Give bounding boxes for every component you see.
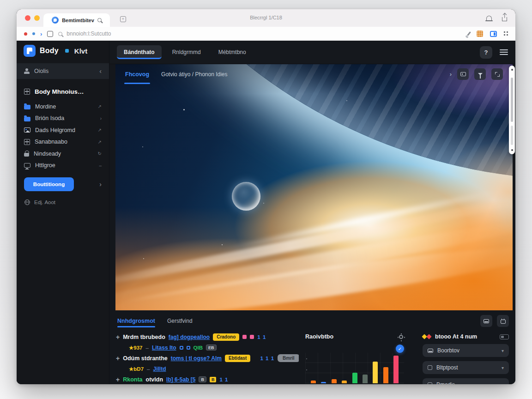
bell-icon[interactable] <box>486 16 492 20</box>
count-label: 1 1 <box>257 334 266 340</box>
hero-tab-discovery[interactable]: Fhcovog <box>125 64 149 84</box>
add-icon[interactable]: + <box>116 376 120 383</box>
card-view-button[interactable] <box>480 315 492 327</box>
sidebar-footer[interactable]: Edj. Aoot <box>17 200 109 205</box>
row-link[interactable]: Litass Ito <box>152 345 176 351</box>
calendar-button[interactable] <box>497 315 509 327</box>
filter-dropdown[interactable]: Bmodis▾ <box>423 378 509 384</box>
list-item: +Mrdm tbrubedofag] dogpeallooCradono1 1 <box>116 332 299 341</box>
chevron-right-icon[interactable]: › <box>450 71 452 78</box>
browser-window: Bemtimtbitev + Blecrrgl 1/C18 › bnnoioh:… <box>17 9 515 384</box>
folder-icon <box>24 105 30 109</box>
dropdown-label: Boorbtov <box>437 347 459 354</box>
sidebar-panel-icon[interactable] <box>490 31 497 37</box>
chart-bar <box>352 373 357 383</box>
browser-tab[interactable]: Bemtimtbitev <box>43 13 110 27</box>
row-action-button[interactable]: Bmril <box>278 354 299 362</box>
tab-favicon-icon <box>52 17 59 24</box>
stop-square-icon[interactable] <box>47 31 53 37</box>
share-icon[interactable] <box>502 17 507 21</box>
sidebar-section-header[interactable]: Body Mhnoius… <box>17 82 109 101</box>
feed-tab[interactable]: Gerstfvind <box>167 318 193 324</box>
forward-chevron-icon[interactable]: › <box>40 30 42 37</box>
sidebar-item[interactable]: Dads Helgromd↗ <box>17 124 109 136</box>
count-label: 1 1 1 <box>260 356 274 361</box>
chart-bar <box>363 375 368 383</box>
chevron-left-icon[interactable]: ‹ <box>99 67 102 75</box>
sidebar-item[interactable]: Brión Isoda› <box>17 113 109 125</box>
arrow-up-right-icon: ↗ <box>98 127 102 133</box>
fullscreen-button[interactable] <box>491 68 503 80</box>
help-button[interactable]: ? <box>480 46 492 59</box>
new-tab-icon[interactable]: + <box>120 16 126 22</box>
sidebar-item-label: Mordine <box>35 103 56 110</box>
close-window-button[interactable] <box>25 15 30 21</box>
feed-tabs: NnhdgrosmotGerstfvind <box>117 318 193 324</box>
scrollbar[interactable] <box>509 66 515 154</box>
blue-action-button[interactable]: ✓ <box>396 345 404 353</box>
chart-bar <box>393 356 399 383</box>
chart-bar <box>321 382 326 383</box>
green-label: QIB <box>193 345 203 351</box>
sidebar-item-label: Dads Helgromd <box>35 127 75 133</box>
list-item: +Odúm stdranthetoms | tl ogse? AlmEbtida… <box>116 354 299 363</box>
chart-bar <box>311 381 316 383</box>
sidebar-item[interactable]: Nindseady↻ <box>17 148 109 160</box>
topnav-tab[interactable]: Mébtmtbno <box>212 45 253 59</box>
chevron-right-icon[interactable]: › <box>99 181 102 188</box>
minus-icon: – <box>99 163 102 168</box>
arrow-up-right-icon: ↗ <box>98 139 102 145</box>
add-icon[interactable]: + <box>116 355 120 362</box>
panel-toggle-icon[interactable] <box>500 334 509 339</box>
feed-tab-bar: NnhdgrosmotGerstfvind <box>116 313 509 329</box>
minimize-window-button[interactable] <box>34 15 40 21</box>
browser-toolbar: › bnnoioh:l:Sutcutto <box>17 27 515 41</box>
add-icon[interactable]: + <box>116 333 120 341</box>
diamond-red-icon <box>426 334 431 339</box>
primary-cta-button[interactable]: Bouttitioong <box>24 177 74 191</box>
sidebar-item-profile[interactable]: Oiolis ‹ <box>17 63 109 79</box>
separator-text: – <box>146 345 149 351</box>
filter-button[interactable] <box>474 68 486 80</box>
sidebar-item[interactable]: Httlgroe– <box>17 160 109 172</box>
filter-dropdown[interactable]: Boorbtov▾ <box>423 344 509 357</box>
filter-dropdown[interactable]: Bltptpost▾ <box>423 361 509 374</box>
sidebar-item-label: Nindseady <box>34 151 61 157</box>
gear-icon[interactable] <box>399 335 403 339</box>
monitor-icon <box>24 163 30 168</box>
scroll-up-dot[interactable] <box>511 69 513 71</box>
more-dots-icon[interactable] <box>504 31 505 33</box>
scrollbar-thumb[interactable] <box>511 126 513 145</box>
record-dot-icon[interactable] <box>24 32 27 36</box>
sidebar-item[interactable]: Mordine↗ <box>17 101 109 113</box>
scroll-down-dot[interactable] <box>511 149 513 151</box>
apps-icon <box>24 89 30 95</box>
sidebar-items: Mordine↗Brión Isoda›Dads Helgromd↗Sanabn… <box>17 101 109 171</box>
chart-bar <box>342 381 347 383</box>
color-chip <box>242 335 247 339</box>
topnav-tab[interactable]: Bándnthato <box>117 45 162 59</box>
main-area: BándnthatoRnldgrmmdMébtmtbno ? <box>109 41 515 384</box>
star-dot <box>143 258 144 259</box>
grid-extension-icon[interactable] <box>477 30 483 37</box>
row-link[interactable]: fag] dogpealloo <box>169 334 210 340</box>
hamburger-menu-icon[interactable] <box>500 49 508 50</box>
address-bar[interactable]: bnnoioh:l:Sutcutto <box>58 30 463 37</box>
status-dot-icon[interactable] <box>32 32 35 35</box>
sidebar-item[interactable]: Sanabnaabo↗ <box>17 136 109 148</box>
breadcrumb[interactable]: Gotvio átiyo / Phonon Idies <box>161 71 227 78</box>
tag-badge-yellow: B <box>210 377 217 382</box>
row-link[interactable]: Jilltd <box>153 366 166 372</box>
row-link[interactable]: Ib] 6-5ab [5 <box>166 376 195 383</box>
feed-tab[interactable]: Nnhdgrosmot <box>117 318 155 324</box>
brush-icon[interactable] <box>467 31 471 36</box>
topnav-tabs: BándnthatoRnldgrmmdMébtmtbno <box>117 45 253 59</box>
globe-icon <box>24 200 30 205</box>
topnav-tab[interactable]: Rnldgrmmd <box>165 45 208 59</box>
activity-title: Raoivbtbo <box>305 333 333 340</box>
bar-chart <box>305 353 404 383</box>
scrollbar-thumb[interactable] <box>511 78 513 122</box>
row-link[interactable]: toms | tl ogse? Alm <box>171 355 222 362</box>
app-logo[interactable]: Body Klvt <box>17 41 109 61</box>
image-view-button[interactable] <box>457 68 469 80</box>
